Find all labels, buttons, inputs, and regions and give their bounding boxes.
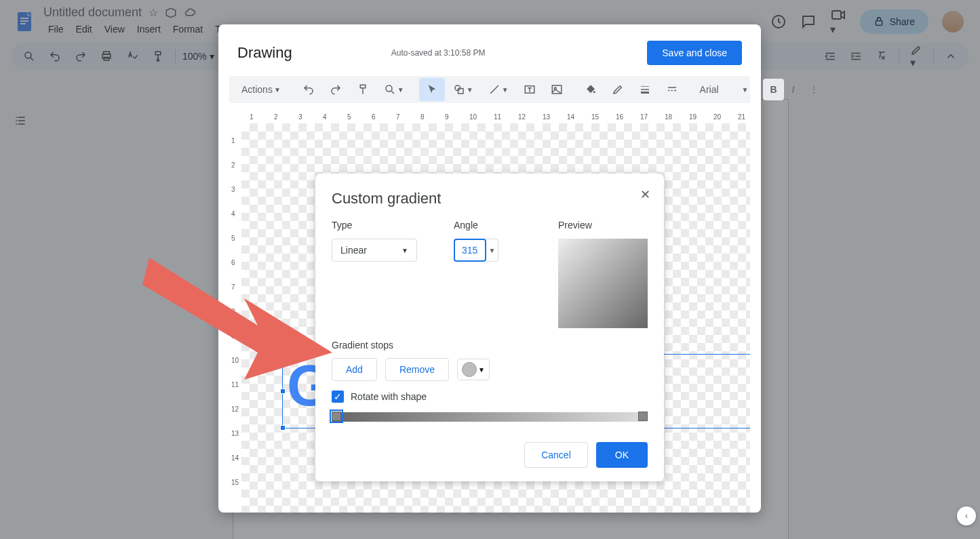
ok-button[interactable]: OK (596, 442, 648, 468)
gradient-slider[interactable] (332, 412, 648, 422)
select-tool-icon[interactable] (419, 78, 445, 101)
ruler-horizontal: 123456789101112131415161718192021 (229, 111, 750, 123)
font-dropdown-icon[interactable]: ▼ (735, 81, 756, 99)
svg-point-11 (386, 85, 392, 92)
chevron-down-icon: ▼ (401, 247, 408, 254)
rotate-checkbox[interactable]: ✓ (332, 391, 344, 403)
font-select[interactable]: Arial (693, 79, 734, 100)
rotate-label: Rotate with shape (351, 391, 427, 402)
type-label: Type (332, 220, 454, 231)
autosave-status: Auto-saved at 3:10:58 PM (391, 48, 486, 58)
paint-format-icon[interactable] (350, 78, 376, 101)
gradient-title: Custom gradient (332, 190, 648, 207)
ruler-vertical: 123456789101112131415 (229, 123, 241, 513)
angle-label: Angle (454, 220, 555, 231)
line-tool-icon[interactable]: ▼ (482, 78, 515, 101)
chevron-down-icon: ▼ (478, 366, 485, 374)
stop-color-select[interactable]: ▼ (457, 359, 490, 380)
add-stop-button[interactable]: Add (332, 358, 377, 381)
redo-icon[interactable] (323, 78, 349, 101)
zoom-icon[interactable]: ▼ (377, 78, 411, 101)
bold-icon[interactable]: B (763, 79, 783, 100)
gradient-stop-0[interactable] (332, 412, 341, 421)
save-and-close-button[interactable]: Save and close (647, 41, 742, 65)
gradient-stop-1[interactable] (638, 412, 648, 421)
color-swatch-icon (462, 362, 477, 377)
border-weight-icon[interactable] (632, 78, 658, 101)
custom-gradient-dialog: Custom gradient ✕ Type Linear ▼ Angle ▼ … (315, 174, 664, 481)
italic-icon[interactable]: I (785, 79, 802, 100)
stops-label: Gradient stops (332, 340, 393, 351)
textbox-tool-icon[interactable] (517, 78, 543, 101)
remove-stop-button[interactable]: Remove (385, 358, 449, 381)
gradient-preview (558, 239, 648, 328)
border-color-icon[interactable] (605, 78, 631, 101)
angle-input[interactable] (454, 239, 486, 262)
undo-icon[interactable] (296, 78, 321, 101)
preview-label: Preview (558, 220, 648, 231)
cancel-button[interactable]: Cancel (524, 442, 588, 468)
actions-menu[interactable]: Actions▼ (235, 79, 288, 100)
fill-color-icon[interactable] (578, 78, 604, 101)
shape-tool-icon[interactable]: ▼ (446, 78, 480, 101)
drawing-toolbar: Actions▼ ▼ ▼ ▼ Arial ▼ B I ⋮ (229, 76, 750, 103)
close-icon[interactable]: ✕ (640, 187, 650, 202)
more-icon[interactable]: ⋮ (802, 79, 825, 100)
angle-dropdown-icon[interactable]: ▼ (486, 239, 498, 262)
type-select[interactable]: Linear ▼ (332, 239, 417, 262)
side-panel-toggle[interactable]: ‹ (957, 506, 976, 525)
svg-rect-13 (458, 89, 463, 94)
svg-point-17 (593, 91, 595, 93)
image-tool-icon[interactable] (544, 78, 570, 101)
drawing-title: Drawing (237, 44, 292, 62)
border-dash-icon[interactable] (659, 78, 685, 101)
